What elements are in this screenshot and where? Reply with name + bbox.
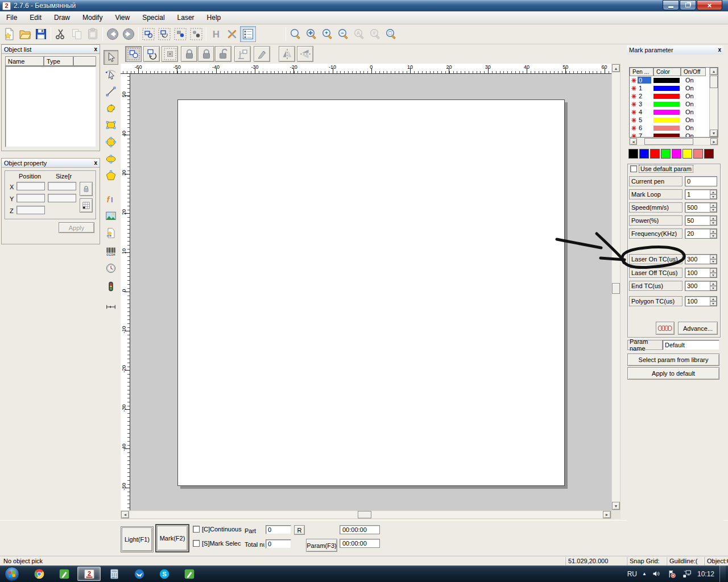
mirror-horizontal-button[interactable] <box>279 46 295 62</box>
pen-row[interactable]: 6On <box>630 124 718 132</box>
pen-table-vscrollbar[interactable]: ▲ ▼ <box>709 68 718 137</box>
mirror-vertical-button[interactable] <box>297 46 313 62</box>
horizontal-scrollbar[interactable]: ◄ ► <box>121 510 611 519</box>
taskbar-app-green-editor-2[interactable] <box>177 567 201 581</box>
vector-file-tool-button[interactable] <box>104 226 118 240</box>
spinner-up-icon[interactable] <box>710 203 717 207</box>
spline-tool-button[interactable] <box>104 300 118 314</box>
work-page[interactable] <box>177 99 565 486</box>
taskbar-app-chrome[interactable] <box>27 567 51 581</box>
menu-help[interactable]: Help <box>201 12 228 23</box>
color-swatch[interactable] <box>628 149 638 159</box>
scroll-right-icon[interactable]: ► <box>603 511 611 518</box>
param-field-end-tc-us-[interactable]: 300 <box>685 281 717 291</box>
object-list-toggle-button[interactable] <box>240 26 256 42</box>
save-file-button[interactable] <box>33 26 49 42</box>
param-field-mark-loop[interactable]: 1 <box>685 189 717 199</box>
restore-button[interactable] <box>680 0 696 10</box>
circle-tool-button[interactable] <box>104 135 118 149</box>
vertical-scroll-thumb[interactable] <box>612 283 620 294</box>
select-transform-button[interactable] <box>125 46 142 62</box>
minimize-button[interactable] <box>663 0 679 10</box>
wobble-rings-button[interactable] <box>656 322 675 335</box>
pen-row[interactable]: 3On <box>630 100 718 108</box>
delay-tool-button[interactable] <box>104 261 118 276</box>
network-icon[interactable] <box>682 569 692 579</box>
spinner-up-icon[interactable] <box>710 190 717 194</box>
position-y-field[interactable] <box>16 194 45 202</box>
spinner-up-icon[interactable] <box>710 229 717 234</box>
scroll-up-icon[interactable]: ▲ <box>710 68 718 75</box>
select-pick-button[interactable] <box>172 26 188 42</box>
zoom-page-button[interactable]: □ <box>383 26 399 42</box>
open-file-button[interactable] <box>17 26 33 42</box>
pen-row[interactable]: 1On <box>630 84 718 92</box>
total-count-field[interactable]: 0 <box>266 539 291 548</box>
spinner-up-icon[interactable] <box>710 216 717 221</box>
bitmap-tool-button[interactable] <box>104 209 118 223</box>
action-center-flag-icon[interactable] <box>667 569 677 579</box>
hatch-button[interactable]: H <box>208 26 224 42</box>
part-count-field[interactable]: 0 <box>266 525 291 534</box>
scroll-down-icon[interactable]: ▼ <box>612 502 620 510</box>
taskbar-app-mail[interactable] <box>127 567 151 581</box>
spinner-down-icon[interactable] <box>710 207 717 212</box>
spinner-down-icon[interactable] <box>710 286 717 290</box>
spinner-control[interactable] <box>710 216 717 225</box>
mark-selected-checkbox[interactable] <box>193 540 200 547</box>
spinner-down-icon[interactable] <box>710 194 717 199</box>
zoom-out-button[interactable]: − <box>336 26 351 42</box>
ellipse-tool-button[interactable] <box>104 152 118 167</box>
menu-edit[interactable]: Edit <box>23 12 48 23</box>
clock[interactable]: 10:12 <box>697 570 714 578</box>
language-indicator[interactable]: RU <box>627 570 637 578</box>
color-swatch[interactable] <box>682 149 692 159</box>
object-list-body[interactable] <box>5 66 96 147</box>
onoff-column-header[interactable]: On/Off <box>681 68 706 76</box>
color-swatch[interactable] <box>661 149 671 159</box>
continuous-checkbox[interactable] <box>193 526 200 533</box>
spinner-down-icon[interactable] <box>710 273 717 277</box>
param-field-frequency-khz-[interactable]: 20 <box>685 228 717 239</box>
advance-button[interactable]: Advance... <box>678 322 718 335</box>
curve-tool-button[interactable] <box>104 101 118 115</box>
barcode-tool-button[interactable]: 01234 <box>104 244 118 259</box>
spinner-up-icon[interactable] <box>710 268 717 273</box>
volume-icon[interactable] <box>652 569 661 579</box>
polygon-tool-button[interactable] <box>104 168 118 183</box>
rotate-transform-button[interactable] <box>143 46 160 62</box>
apply-to-default-button[interactable]: Apply to default <box>627 367 719 380</box>
node-edit-tool-button[interactable] <box>104 67 118 82</box>
taskbar-app-calculator[interactable] <box>102 567 126 581</box>
menu-file[interactable]: File <box>0 12 23 23</box>
spinner-control[interactable] <box>710 297 717 306</box>
size-x-field[interactable] <box>48 182 76 190</box>
pen-hscroll-thumb[interactable] <box>644 138 693 145</box>
spinner-down-icon[interactable] <box>710 221 717 225</box>
menu-draw[interactable]: Draw <box>48 12 76 23</box>
horizontal-scroll-thumb[interactable] <box>358 511 371 518</box>
param-field-speed-mm-s-[interactable]: 500 <box>685 202 717 213</box>
select-all-button[interactable] <box>140 26 156 42</box>
spinner-control[interactable] <box>710 268 717 277</box>
zoom-in-button[interactable]: + <box>320 26 336 42</box>
color-column-header[interactable]: Color <box>653 68 681 76</box>
mark-button[interactable]: Mark(F2) <box>157 526 188 551</box>
pen-row[interactable]: 4On <box>630 108 718 116</box>
spinner-control[interactable] <box>710 203 717 212</box>
scroll-left-icon[interactable]: ◄ <box>630 138 637 145</box>
scroll-down-icon[interactable]: ▼ <box>710 130 718 137</box>
taskbar-app-ezcad[interactable]: 2 <box>77 567 101 581</box>
color-swatch[interactable] <box>650 149 660 159</box>
close-button[interactable]: × <box>697 0 722 10</box>
size-y-field[interactable] <box>48 194 76 202</box>
position-z-field[interactable] <box>16 206 45 214</box>
new-file-button[interactable] <box>1 26 17 42</box>
spinner-down-icon[interactable] <box>710 259 717 264</box>
param-name-field[interactable]: Default <box>663 340 719 350</box>
start-button[interactable] <box>5 567 19 581</box>
tray-expand-icon[interactable]: ▲ <box>642 571 647 576</box>
redo-button[interactable] <box>121 26 136 42</box>
color-swatch[interactable] <box>639 149 649 159</box>
io-tool-button[interactable] <box>104 279 118 294</box>
